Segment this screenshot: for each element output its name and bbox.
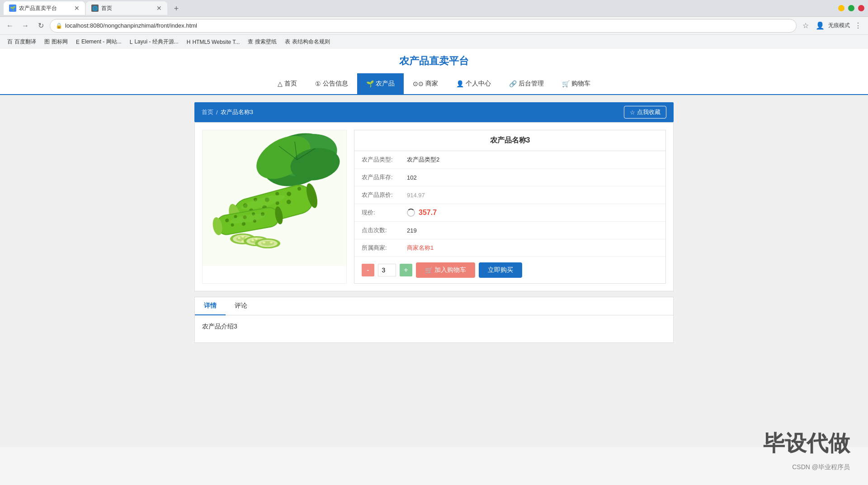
bookmark-element[interactable]: E Element - 网站... xyxy=(72,37,125,47)
product-area: 农产品名称3 农产品类型: 农产品类型2 农产品库存: 102 农产品原价: 9… xyxy=(194,122,674,291)
favorite-button[interactable]: ☆ 点我收藏 xyxy=(624,106,666,119)
bookmark-baidu[interactable]: 百 百度翻译 xyxy=(4,37,40,47)
tab1-icon: 🌱 xyxy=(9,5,16,12)
window-controls xyxy=(838,5,864,11)
svg-point-32 xyxy=(251,239,254,241)
bookmarks-bar: 百 百度翻译 图 图标网 E Element - 网站... L Layui -… xyxy=(0,34,868,49)
address-text: localhost:8080/nongchanpinzhimal/front/i… xyxy=(65,22,791,29)
nav-cart[interactable]: 🛒 购物车 xyxy=(553,73,599,94)
browser-titlebar: 🌱 农产品直卖平台 ✕ 🌐 首页 ✕ + xyxy=(0,0,868,16)
browser-tab-1[interactable]: 🌱 农产品直卖平台 ✕ xyxy=(4,1,85,15)
tab-detail[interactable]: 详情 xyxy=(195,297,226,315)
bookmark-naming[interactable]: 表 表结构命名规则 xyxy=(281,37,334,47)
nav-merchants-label: 商家 xyxy=(425,80,438,88)
quantity-input[interactable] xyxy=(378,264,396,276)
profile-icon[interactable]: 👤 xyxy=(814,19,826,32)
new-tab-button[interactable]: + xyxy=(170,2,183,15)
nav-home-label: 首页 xyxy=(284,80,297,88)
product-merchant-value[interactable]: 商家名称1 xyxy=(407,244,434,252)
product-image xyxy=(203,130,346,266)
nav-products[interactable]: 🌱 农产品 xyxy=(357,73,404,94)
menu-icon[interactable]: ⋮ xyxy=(852,19,864,32)
tab1-label: 农产品直卖平台 xyxy=(19,5,57,12)
bookmark-baidu-label: 百度翻译 xyxy=(14,38,36,46)
product-click-count-row: 点击次数: 219 xyxy=(354,222,665,239)
bookmark-element-label: Element - 网站... xyxy=(81,38,122,46)
icons-icon: 图 xyxy=(44,38,50,46)
tab-review[interactable]: 评论 xyxy=(226,297,256,315)
layui-icon: L xyxy=(130,39,133,45)
product-image-box xyxy=(202,130,347,284)
product-merchant-row: 所属商家: 商家名称1 xyxy=(354,239,665,257)
loading-spinner xyxy=(407,209,415,217)
bookmark-naming-label: 表结构命名规则 xyxy=(292,38,330,46)
close-button[interactable] xyxy=(858,5,864,11)
personal-nav-icon: 👤 xyxy=(456,80,464,87)
address-bar[interactable]: 🔒 localhost:8080/nongchanpinzhimal/front… xyxy=(50,19,797,33)
bookmark-html5[interactable]: H HTML5 Website T... xyxy=(183,38,244,46)
bookmark-star-icon[interactable]: ☆ xyxy=(799,19,812,32)
bookmark-layui-label: Layui - 经典开源... xyxy=(134,38,178,46)
wallpaper-icon: 查 xyxy=(248,38,253,46)
cart-nav-icon: 🛒 xyxy=(562,80,570,87)
nav-admin-label: 后台管理 xyxy=(519,80,544,88)
browser-window: 🌱 农产品直卖平台 ✕ 🌐 首页 ✕ + ← → ↻ 🔒 localhost:8… xyxy=(0,0,868,49)
cucumber-svg xyxy=(207,133,342,264)
nav-notice[interactable]: ① 公告信息 xyxy=(306,73,357,94)
browser-tab-2[interactable]: 🌐 首页 ✕ xyxy=(86,1,167,15)
product-type-label: 农产品类型: xyxy=(362,156,407,164)
html5-icon: H xyxy=(187,39,191,45)
tab-detail-label: 详情 xyxy=(204,302,217,309)
nav-personal-label: 个人中心 xyxy=(466,80,491,88)
add-cart-label: 加入购物车 xyxy=(434,266,466,274)
reload-button[interactable]: ↻ xyxy=(34,19,47,32)
product-current-price-label: 现价: xyxy=(362,209,407,217)
minimize-button[interactable] xyxy=(838,5,844,11)
browser-tabs: 🌱 农产品直卖平台 ✕ 🌐 首页 ✕ + xyxy=(4,1,183,15)
bookmark-layui[interactable]: L Layui - 经典开源... xyxy=(126,37,182,47)
profile-label: 无痕模式 xyxy=(828,22,850,29)
product-type-value: 农产品类型2 xyxy=(407,156,439,164)
maximize-button[interactable] xyxy=(848,5,854,11)
current-price-container: 357.7 xyxy=(407,209,437,217)
product-type-row: 农产品类型: 农产品类型2 xyxy=(354,151,665,169)
svg-point-25 xyxy=(238,237,241,239)
product-info-panel: 农产品名称3 农产品类型: 农产品类型2 农产品库存: 102 农产品原价: 9… xyxy=(354,130,666,284)
forward-button[interactable]: → xyxy=(19,19,32,32)
buy-now-button[interactable]: 立即购买 xyxy=(479,262,522,278)
toolbar-right: ☆ 👤 无痕模式 ⋮ xyxy=(799,19,864,32)
bookmark-wallpaper[interactable]: 查 搜索壁纸 xyxy=(244,37,280,47)
nav-notice-label: 公告信息 xyxy=(323,80,348,88)
main-body: 首页 / 农产品名称3 ☆ 点我收藏 xyxy=(185,102,683,343)
site-header: 农产品直卖平台 △ 首页 ① 公告信息 🌱 农产品 ⊙⊙ 商家 👤 个人中心 xyxy=(0,49,868,95)
nav-merchants[interactable]: ⊙⊙ 商家 xyxy=(404,73,447,94)
cart-controls: - + 🛒 加入购物车 立即购买 xyxy=(354,257,665,283)
detail-text: 农产品介绍3 xyxy=(202,323,237,330)
breadcrumb-separator: / xyxy=(216,109,218,116)
breadcrumb-home[interactable]: 首页 xyxy=(202,108,213,116)
element-icon: E xyxy=(76,39,80,45)
breadcrumb-current: 农产品名称3 xyxy=(221,108,253,116)
product-stock-label: 农产品库存: xyxy=(362,173,407,181)
nav-admin[interactable]: 🔗 后台管理 xyxy=(500,73,553,94)
tab1-close[interactable]: ✕ xyxy=(74,5,80,12)
product-current-price-row: 现价: 357.7 xyxy=(354,204,665,222)
add-to-cart-button[interactable]: 🛒 加入购物车 xyxy=(416,262,475,278)
nav-products-label: 农产品 xyxy=(376,80,395,88)
back-button[interactable]: ← xyxy=(4,19,16,32)
tab2-close[interactable]: ✕ xyxy=(156,5,162,12)
buy-now-label: 立即购买 xyxy=(488,266,513,273)
nav-personal[interactable]: 👤 个人中心 xyxy=(447,73,500,94)
browser-toolbar: ← → ↻ 🔒 localhost:8080/nongchanpinzhimal… xyxy=(0,16,868,34)
nav-cart-label: 购物车 xyxy=(571,80,590,88)
notice-nav-icon: ① xyxy=(315,80,321,87)
bookmark-icons[interactable]: 图 图标网 xyxy=(41,37,71,47)
product-stock-row: 农产品库存: 102 xyxy=(354,169,665,186)
page-content: 农产品直卖平台 △ 首页 ① 公告信息 🌱 农产品 ⊙⊙ 商家 👤 个人中心 xyxy=(0,49,868,447)
quantity-increase-button[interactable]: + xyxy=(400,264,412,276)
tab-header: 详情 评论 xyxy=(195,297,673,315)
nav-home[interactable]: △ 首页 xyxy=(269,73,306,94)
bookmark-html5-label: HTML5 Website T... xyxy=(192,39,240,45)
product-current-price-value: 357.7 xyxy=(419,209,437,217)
quantity-decrease-button[interactable]: - xyxy=(362,264,374,276)
